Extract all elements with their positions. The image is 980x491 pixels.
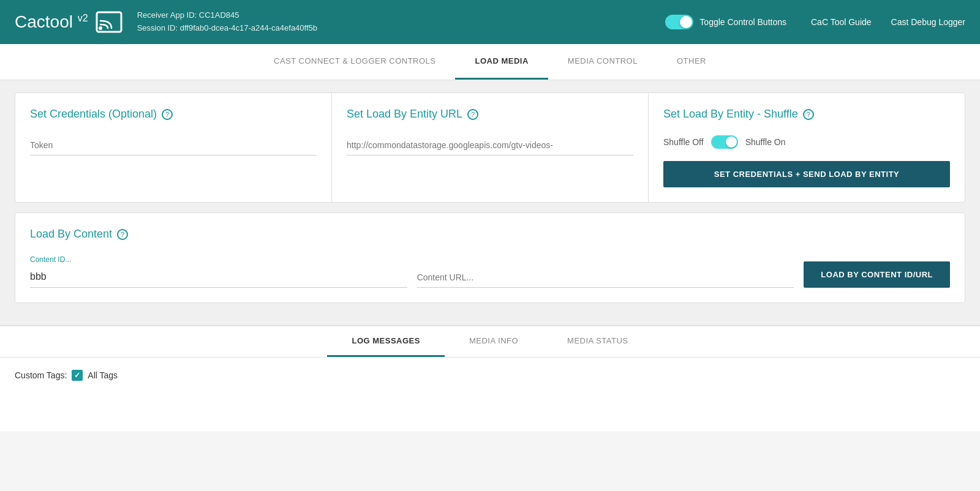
toggle-control-buttons[interactable] bbox=[665, 15, 693, 29]
top-cards-row: Set Credentials (Optional) ? Set Load By… bbox=[15, 92, 965, 203]
tab-cast-connect[interactable]: CAST CONNECT & LOGGER CONTROLS bbox=[254, 44, 455, 80]
receiver-app-id: Receiver App ID: CC1AD845 bbox=[137, 9, 317, 22]
toggle-area: Toggle Control Buttons bbox=[665, 15, 786, 29]
load-entity-shuffle-card: Set Load By Entity - Shuffle ? Shuffle O… bbox=[648, 92, 965, 203]
svg-point-1 bbox=[99, 26, 102, 30]
tab-log-messages[interactable]: LOG MESSAGES bbox=[327, 326, 444, 357]
content-inputs-row: Content ID... LOAD BY CONTENT ID/URL bbox=[30, 255, 950, 288]
credentials-title: Set Credentials (Optional) ? bbox=[30, 108, 317, 121]
main-nav: CAST CONNECT & LOGGER CONTROLS LOAD MEDI… bbox=[0, 44, 980, 80]
tab-media-info[interactable]: MEDIA INFO bbox=[445, 326, 543, 357]
custom-tags-row: Custom Tags: All Tags bbox=[15, 370, 965, 381]
logo-version: v2 bbox=[78, 13, 88, 23]
all-tags-checkbox[interactable] bbox=[72, 370, 83, 381]
toggle-label: Toggle Control Buttons bbox=[699, 17, 786, 27]
bottom-content: Custom Tags: All Tags bbox=[0, 358, 980, 431]
set-credentials-send-load-entity-button[interactable]: SET CREDENTIALS + SEND LOAD BY ENTITY bbox=[663, 161, 950, 187]
content-id-input[interactable] bbox=[30, 266, 407, 288]
content-id-field: Content ID... bbox=[30, 255, 407, 288]
load-entity-url-help-icon[interactable]: ? bbox=[467, 109, 478, 120]
load-content-help-icon[interactable]: ? bbox=[117, 229, 128, 240]
load-by-content-button[interactable]: LOAD BY CONTENT ID/URL bbox=[804, 261, 950, 288]
tab-media-control[interactable]: MEDIA CONTROL bbox=[548, 44, 657, 80]
load-entity-url-title: Set Load By Entity URL ? bbox=[347, 108, 633, 121]
cast-debug-logger-link[interactable]: Cast Debug Logger bbox=[891, 17, 965, 27]
tab-load-media[interactable]: LOAD MEDIA bbox=[455, 44, 548, 80]
content-url-field bbox=[417, 268, 794, 288]
header-links: CaC Tool Guide Cast Debug Logger bbox=[811, 17, 965, 27]
shuffle-off-label: Shuffle Off bbox=[663, 137, 704, 147]
all-tags-label: All Tags bbox=[88, 370, 118, 380]
logo: Cactool v2 bbox=[15, 11, 125, 33]
bottom-section: LOG MESSAGES MEDIA INFO MEDIA STATUS Cus… bbox=[0, 325, 980, 431]
shuffle-toggle[interactable] bbox=[711, 135, 738, 149]
load-entity-shuffle-title: Set Load By Entity - Shuffle ? bbox=[663, 108, 950, 121]
credentials-card: Set Credentials (Optional) ? bbox=[15, 92, 331, 203]
load-content-title: Load By Content ? bbox=[30, 228, 950, 241]
main-content: Set Credentials (Optional) ? Set Load By… bbox=[0, 80, 980, 325]
content-id-label: Content ID... bbox=[30, 255, 407, 264]
shuffle-toggle-row: Shuffle Off Shuffle On bbox=[663, 135, 950, 149]
cast-icon bbox=[96, 11, 123, 33]
app-header: Cactool v2 Receiver App ID: CC1AD845 Ses… bbox=[0, 0, 980, 44]
entity-url-input[interactable] bbox=[347, 135, 633, 156]
load-content-card: Load By Content ? Content ID... LOAD BY … bbox=[15, 212, 965, 303]
tab-other[interactable]: OTHER bbox=[657, 44, 726, 80]
credentials-help-icon[interactable]: ? bbox=[162, 109, 173, 120]
session-info: Receiver App ID: CC1AD845 Session ID: df… bbox=[137, 9, 317, 35]
shuffle-on-label: Shuffle On bbox=[745, 137, 786, 147]
content-url-input[interactable] bbox=[417, 268, 794, 288]
custom-tags-label: Custom Tags: bbox=[15, 370, 67, 380]
token-input[interactable] bbox=[30, 135, 317, 156]
logo-text: Cactool v2 bbox=[15, 12, 88, 32]
tab-media-status[interactable]: MEDIA STATUS bbox=[543, 326, 652, 357]
load-entity-shuffle-help-icon[interactable]: ? bbox=[803, 109, 814, 120]
bottom-tabs: LOG MESSAGES MEDIA INFO MEDIA STATUS bbox=[0, 326, 980, 358]
load-entity-url-card: Set Load By Entity URL ? bbox=[331, 92, 648, 203]
session-id: Session ID: dff9fab0-dcea-4c17-a244-ca4e… bbox=[137, 22, 317, 35]
cac-tool-guide-link[interactable]: CaC Tool Guide bbox=[811, 17, 872, 27]
